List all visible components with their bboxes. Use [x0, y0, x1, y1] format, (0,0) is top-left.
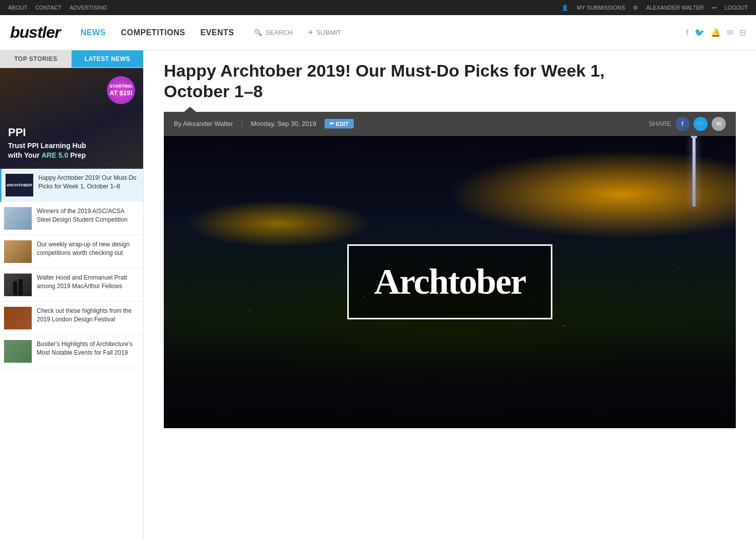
news-title: Bustler's Highlights of Architecture's M… — [37, 340, 139, 357]
news-thumbnail — [4, 340, 32, 363]
news-thumbnail — [4, 207, 32, 230]
news-title: Happy Archtober 2019! Our Must-Do Picks … — [38, 174, 139, 191]
main-content: Happy Archtober 2019! Our Must-Do Picks … — [144, 50, 756, 539]
meta-separator: | — [241, 120, 242, 127]
tower-top — [691, 136, 697, 138]
logout-link[interactable]: LOGOUT — [725, 5, 748, 11]
ad-badge-line1: STARTING — [109, 84, 132, 89]
top-bar-right: 👤 MY SUBMISSIONS ⚙ ALEXANDER WALTER ↩ LO… — [561, 5, 748, 11]
ad-text: Trust PPI Learning Hubwith Your ARE 5.0 … — [8, 141, 86, 161]
list-item[interactable]: Our weekly wrap-up of new design competi… — [0, 235, 143, 268]
archtober-box: Archtober — [347, 244, 552, 319]
header: bustler NEWS COMPETITIONS EVENTS 🔍 SEARC… — [0, 15, 756, 50]
about-link[interactable]: ABOUT — [8, 5, 27, 11]
tab-top-stories[interactable]: TOP STORIES — [0, 50, 72, 68]
contact-link[interactable]: CONTACT — [35, 5, 61, 11]
news-title: Check out these highlights from the 2019… — [37, 307, 139, 324]
logout-icon: ↩ — [712, 5, 717, 11]
news-title: Walter Hood and Emmanuel Pratt among 201… — [37, 274, 139, 291]
settings-icon: ⚙ — [633, 5, 638, 11]
pencil-icon: ✏ — [330, 120, 334, 127]
article-author: By Alexander Walter — [174, 120, 233, 127]
main-nav: NEWS COMPETITIONS EVENTS 🔍 SEARCH ✈ SUBM… — [81, 28, 686, 37]
ad-banner[interactable]: STARTING AT $19! PPI Trust PPI Learning … — [0, 68, 143, 169]
search-button[interactable]: 🔍 SEARCH — [254, 29, 292, 36]
top-bar: ABOUT CONTACT ADVERTISING 👤 MY SUBMISSIO… — [0, 0, 756, 15]
edit-label: EDIT — [336, 121, 349, 127]
email-share-button[interactable]: ✉ — [712, 117, 726, 131]
list-item[interactable]: Archtober Happy Archtober 2019! Our Must… — [0, 169, 143, 202]
my-submissions-icon: 👤 — [561, 5, 569, 11]
share-section: SHARE f 🐦 ✉ — [649, 117, 726, 131]
news-thumbnail — [4, 274, 32, 296]
list-item[interactable]: Walter Hood and Emmanuel Pratt among 201… — [0, 268, 143, 302]
article-date: Monday, Sep 30, 2019 — [251, 120, 317, 127]
list-item[interactable]: Bustler's Highlights of Architecture's M… — [0, 335, 143, 368]
edit-button[interactable]: ✏ EDIT — [325, 119, 354, 128]
nav-competitions[interactable]: COMPETITIONS — [121, 28, 185, 37]
news-thumbnail — [4, 307, 32, 329]
article-meta: By Alexander Walter | Monday, Sep 30, 20… — [164, 112, 736, 136]
main-layout: TOP STORIES LATEST NEWS STARTING AT $19!… — [0, 50, 756, 539]
twitter-share-button[interactable]: 🐦 — [694, 117, 708, 131]
buildings-gradient — [164, 327, 736, 428]
ad-logo: PPI — [8, 126, 26, 139]
site-logo[interactable]: bustler — [10, 23, 60, 42]
ad-badge-price: AT $19! — [109, 89, 133, 97]
search-label: SEARCH — [265, 29, 292, 36]
email-icon[interactable]: ✉ — [727, 28, 733, 37]
sidebar: TOP STORIES LATEST NEWS STARTING AT $19!… — [0, 50, 144, 539]
list-item[interactable]: Winners of the 2019 AISC/ACSA Steel Desi… — [0, 202, 143, 235]
nav-events[interactable]: EVENTS — [200, 28, 234, 37]
tower-decoration — [692, 136, 696, 207]
sidebar-tabs: TOP STORIES LATEST NEWS — [0, 50, 143, 68]
advertising-link[interactable]: ADVERTISING — [70, 5, 107, 11]
person-silhouette — [4, 274, 32, 296]
submit-label: SUBMIT — [317, 29, 341, 36]
notification-icon[interactable]: 🔔 — [711, 28, 721, 37]
archtober-text: Archtober — [374, 261, 526, 302]
news-thumbnail: Archtober — [6, 174, 33, 196]
top-bar-left: ABOUT CONTACT ADVERTISING — [8, 5, 107, 11]
list-item[interactable]: Check out these highlights from the 2019… — [0, 302, 143, 335]
news-thumbnail — [4, 240, 32, 263]
nav-news[interactable]: NEWS — [81, 28, 106, 37]
news-title: Winners of the 2019 AISC/ACSA Steel Desi… — [37, 207, 139, 224]
twitter-icon[interactable]: 🐦 — [695, 28, 705, 37]
header-social: f 🐦 🔔 ✉ ⊟ — [686, 28, 746, 37]
article-title: Happy Archtober 2019! Our Must-Do Picks … — [164, 60, 617, 102]
tab-latest-news[interactable]: LATEST NEWS — [72, 50, 143, 68]
share-label: SHARE — [649, 120, 671, 127]
news-title: Our weekly wrap-up of new design competi… — [37, 240, 139, 257]
user-name-link[interactable]: ALEXANDER WALTER — [646, 5, 704, 11]
news-list: Archtober Happy Archtober 2019! Our Must… — [0, 169, 143, 368]
search-icon: 🔍 — [254, 29, 262, 36]
submit-button[interactable]: ✈ SUBMIT — [308, 29, 341, 36]
ad-price-badge: STARTING AT $19! — [107, 76, 135, 104]
hero-image: Archtober — [164, 136, 736, 428]
ad-banner-inner: STARTING AT $19! PPI Trust PPI Learning … — [0, 68, 143, 169]
facebook-icon[interactable]: f — [686, 28, 688, 37]
facebook-share-button[interactable]: f — [675, 117, 689, 131]
rss-icon[interactable]: ⊟ — [739, 28, 746, 37]
submit-icon: ✈ — [308, 29, 313, 36]
my-submissions-link[interactable]: MY SUBMISSIONS — [577, 5, 625, 11]
